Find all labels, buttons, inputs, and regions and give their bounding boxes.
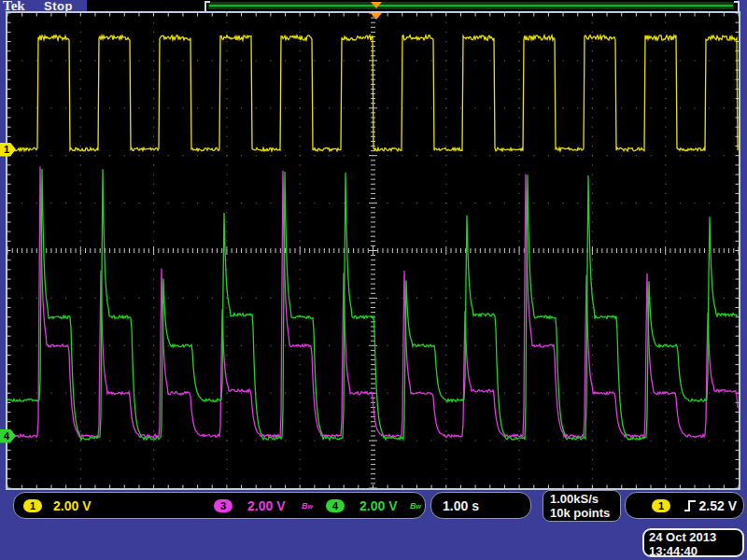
channel-readout-box: 1 2.00 V 3 2.00 V Bw 4 2.00 V Bw [13,492,426,519]
record-view-line [209,5,733,7]
ch4-scale-readout: 2.00 V [359,498,397,513]
datetime-box: 24 Oct 2013 13:44:40 [642,528,744,557]
graticule-svg [7,13,739,488]
trigger-position-marker-icon [371,13,382,20]
trigger-level-readout: 2.52 V [699,498,737,513]
record-view-bar [87,0,738,11]
trigger-readout-box: 1 2.52 V [625,492,744,519]
ch1-scale-readout: 2.00 V [53,498,91,513]
sample-rate-readout: 1.00kS/s [550,492,620,506]
date-readout: 24 Oct 2013 [649,530,742,544]
time-readout: 13:44:40 [649,544,742,558]
horizontal-scale-box: 1.00 s [430,492,531,519]
acquisition-info-box: 1.00kS/s 10k points [543,490,621,522]
trigger-slope-rising-icon [684,498,698,513]
horizontal-scale-readout: 1.00 s [443,498,479,513]
ch4-badge: 4 [326,499,345,512]
trigger-source-badge: 1 [652,499,670,512]
trigger-position-record-icon [371,2,382,8]
record-length-readout: 10k points [550,506,620,520]
ch4-bandwidth-limit-icon: Bw [410,501,421,511]
ch3-badge: 3 [214,499,233,512]
display-graticule [6,11,740,490]
ch1-badge: 1 [23,499,42,512]
ch3-bandwidth-limit-icon: Bw [302,501,313,511]
oscilloscope-screen: { "header": { "logo": "Tek", "acq_status… [0,0,747,560]
ch3-scale-readout: 2.00 V [247,498,285,513]
